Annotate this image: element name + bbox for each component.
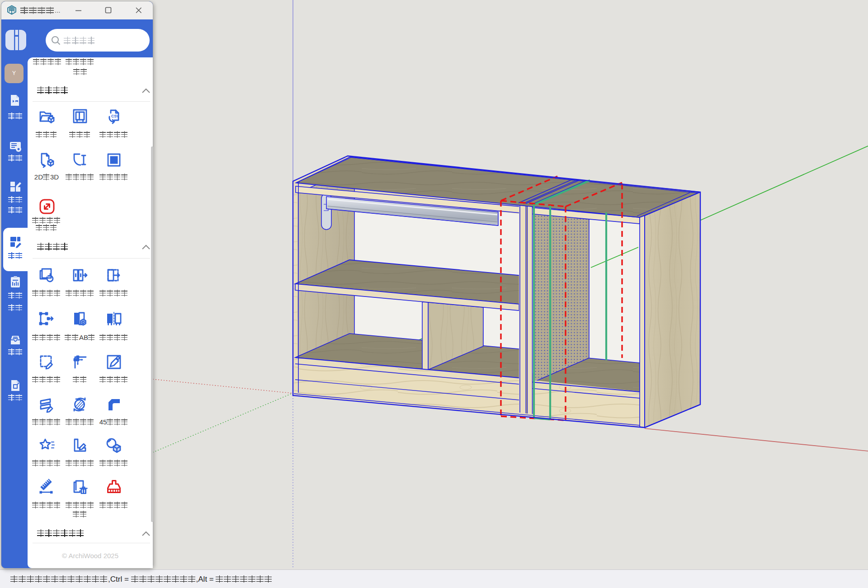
svg-text:CSV: CSV: [111, 114, 119, 118]
